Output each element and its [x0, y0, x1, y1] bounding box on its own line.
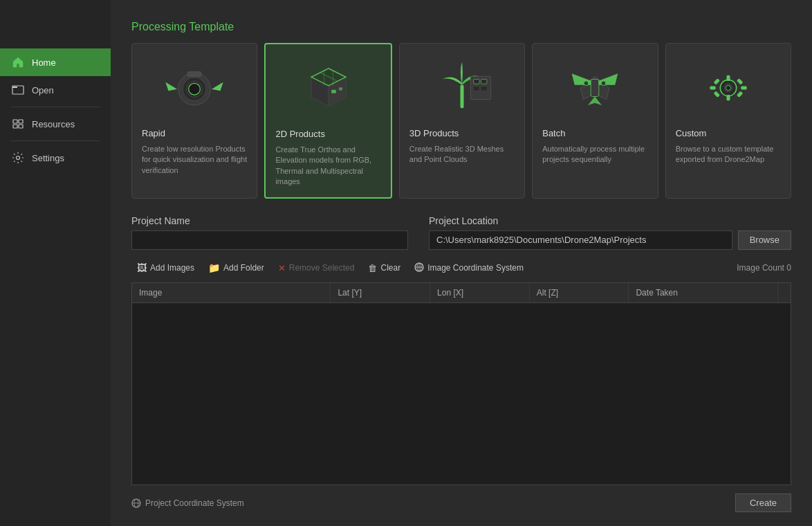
image-table: Image Lat [Y] Lon [X] Alt [Z] Date Taken — [131, 282, 791, 485]
image-count-label: Image Count — [737, 263, 784, 273]
3d-card-title: 3D Products — [409, 128, 515, 138]
table-body[interactable] — [132, 303, 791, 484]
svg-rect-0 — [12, 87, 17, 88]
svg-rect-28 — [591, 80, 600, 97]
batch-card-desc: Automatically process multiple projects … — [542, 144, 647, 165]
location-row: Browse — [429, 230, 791, 250]
svg-rect-27 — [481, 87, 487, 91]
template-card-rapid[interactable]: Rapid Create low resolution Products for… — [131, 43, 257, 199]
processing-template-title: Processing Template — [131, 21, 791, 33]
image-count: Image Count 0 — [737, 263, 791, 273]
project-name-input[interactable] — [131, 230, 408, 250]
rapid-card-title: Rapid — [142, 128, 247, 138]
resources-icon — [11, 117, 25, 131]
project-coordinate-label: Project Coordinate System — [145, 498, 244, 508]
custom-card-title: Custom — [676, 128, 781, 138]
sidebar-item-settings[interactable]: Settings — [0, 144, 111, 172]
browse-button[interactable]: Browse — [738, 230, 791, 250]
add-folder-button[interactable]: 📁 Add Folder — [203, 260, 270, 276]
remove-selected-label: Remove Selected — [289, 263, 355, 273]
svg-rect-25 — [481, 80, 487, 84]
column-date: Date Taken — [629, 283, 778, 302]
project-name-label: Project Name — [131, 215, 408, 226]
sidebar-item-home-label: Home — [32, 57, 56, 68]
project-location-label: Project Location — [429, 215, 791, 226]
clear-icon: 🗑 — [368, 263, 377, 273]
project-location-group: Project Location Browse — [429, 215, 791, 250]
project-location-input[interactable] — [429, 230, 732, 250]
column-lon: Lon [X] — [430, 283, 530, 302]
sidebar-item-resources-label: Resources — [32, 119, 75, 129]
svg-point-6 — [17, 156, 20, 160]
2d-icon-area — [275, 54, 380, 123]
add-folder-label: Add Folder — [223, 263, 264, 273]
svg-rect-20 — [331, 90, 336, 93]
sidebar-item-open-label: Open — [32, 85, 54, 96]
main-content: Processing Template — [111, 0, 812, 526]
svg-rect-35 — [710, 87, 715, 90]
sidebar-item-settings-label: Settings — [32, 153, 64, 163]
svg-rect-37 — [713, 78, 719, 84]
batch-icon-area — [542, 53, 647, 123]
column-image: Image — [132, 283, 331, 302]
clear-label: Clear — [380, 263, 400, 273]
create-button[interactable]: Create — [735, 493, 791, 512]
svg-rect-2 — [13, 120, 17, 123]
open-icon — [11, 83, 25, 97]
sidebar-item-resources[interactable]: Resources — [0, 110, 111, 138]
add-folder-icon: 📁 — [208, 262, 220, 273]
batch-card-title: Batch — [542, 128, 647, 138]
svg-rect-36 — [741, 87, 746, 90]
template-card-batch[interactable]: Batch Automatically process multiple pro… — [532, 43, 658, 199]
template-grid: Rapid Create low resolution Products for… — [131, 43, 791, 199]
sidebar-item-home[interactable]: Home — [0, 48, 111, 76]
svg-rect-38 — [737, 78, 743, 84]
image-toolbar: 🖼 Add Images 📁 Add Folder ✕ Remove Selec… — [131, 260, 791, 277]
processing-template-section: Processing Template — [131, 21, 791, 215]
home-icon — [11, 55, 25, 69]
svg-point-9 — [189, 83, 201, 95]
remove-icon: ✕ — [278, 263, 286, 273]
rapid-icon-area — [142, 53, 247, 123]
add-images-icon: 🖼 — [137, 262, 147, 273]
3d-card-desc: Create Realistic 3D Meshes and Point Clo… — [409, 144, 515, 165]
coordinate-globe-icon — [131, 498, 141, 508]
footer: Project Coordinate System Create — [131, 493, 791, 512]
image-coordinate-button[interactable]: Image Coordinate System — [409, 260, 529, 277]
svg-rect-24 — [474, 80, 479, 84]
settings-icon — [11, 151, 25, 165]
svg-rect-4 — [13, 125, 17, 128]
column-lat: Lat [Y] — [331, 283, 430, 302]
sidebar: Home Open Resources — [0, 0, 111, 526]
scrollbar-header — [778, 283, 791, 302]
remove-selected-button[interactable]: ✕ Remove Selected — [273, 260, 360, 276]
2d-card-desc: Create True Orthos and Elevation models … — [275, 145, 380, 188]
rapid-card-desc: Create low resolution Products for quick… — [142, 144, 247, 176]
clear-button[interactable]: 🗑 Clear — [362, 260, 406, 276]
template-card-custom[interactable]: Custom Browse to a custom template expor… — [665, 43, 791, 199]
template-card-3d[interactable]: 3D Products Create Realistic 3D Meshes a… — [399, 43, 525, 199]
sidebar-item-open[interactable]: Open — [0, 76, 111, 104]
project-coordinate-system[interactable]: Project Coordinate System — [131, 498, 244, 508]
custom-card-desc: Browse to a custom template exported fro… — [676, 144, 781, 165]
svg-rect-10 — [187, 72, 201, 77]
svg-rect-26 — [474, 87, 479, 91]
svg-rect-33 — [726, 75, 730, 81]
sidebar-divider — [11, 107, 100, 107]
table-header: Image Lat [Y] Lon [X] Alt [Z] Date Taken — [132, 283, 791, 303]
svg-rect-22 — [461, 85, 464, 108]
svg-rect-34 — [726, 95, 730, 100]
add-images-button[interactable]: 🖼 Add Images — [131, 260, 200, 276]
svg-point-41 — [726, 86, 730, 91]
svg-rect-21 — [339, 87, 342, 90]
3d-icon-area — [409, 53, 515, 123]
2d-card-title: 2D Products — [275, 129, 380, 139]
project-row: Project Name Project Location Browse — [131, 215, 791, 250]
image-count-value: 0 — [786, 263, 791, 273]
template-card-2d[interactable]: 2D Products Create True Orthos and Eleva… — [264, 43, 391, 199]
svg-rect-39 — [713, 91, 719, 97]
sidebar-divider-2 — [11, 140, 100, 141]
svg-point-29 — [584, 81, 589, 86]
coordinate-system-label: Image Coordinate System — [427, 263, 524, 273]
globe-icon — [414, 262, 424, 274]
